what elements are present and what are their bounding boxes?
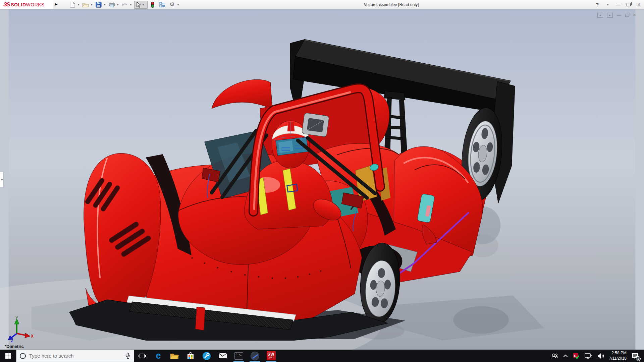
view-orientation-label: *Dimetric xyxy=(5,344,24,349)
pane-handle-dot xyxy=(1,179,3,180)
print-caret[interactable]: ▾ xyxy=(116,3,120,6)
notification-badge: 2 xyxy=(636,356,641,361)
taskbar-app-file-explorer[interactable] xyxy=(166,350,182,362)
save-caret[interactable]: ▾ xyxy=(103,3,107,6)
tray-chevron-icon[interactable] xyxy=(563,354,568,358)
svg-text:s: s xyxy=(574,354,576,357)
select-tool-caret[interactable]: ▾ xyxy=(141,3,145,6)
people-icon[interactable] xyxy=(551,353,558,359)
taskbar-clock[interactable]: 2:58 PM 7/11/2018 xyxy=(609,351,627,361)
save-button[interactable] xyxy=(95,1,102,8)
quick-access-toolbar: ▾ ▾ ▾ ▾ ▾ ▾ ⚙ ▾ xyxy=(69,0,181,9)
window-title: Voiture assomblee [Read-only] xyxy=(364,2,419,7)
solidworks-logo[interactable]: ЗS SOLIDWORKS xyxy=(0,0,53,9)
volume-icon[interactable] xyxy=(597,353,604,359)
brand-works: WORKS xyxy=(26,2,45,7)
options-caret[interactable]: ▾ xyxy=(176,3,180,6)
help-button[interactable]: ? xyxy=(594,2,600,7)
solidworks-2017-icon: SW 2017 xyxy=(267,351,276,360)
store-icon xyxy=(187,352,194,360)
minimize-button[interactable]: — xyxy=(615,2,621,7)
print-button[interactable] xyxy=(108,1,115,8)
windows-logo-icon xyxy=(5,353,11,359)
action-center-button[interactable]: 2 xyxy=(631,353,639,359)
cortana-icon xyxy=(20,353,26,359)
graphics-area[interactable]: ◂ ▸ — × Y X Z *Dimetric xyxy=(0,9,644,350)
svg-text:X: X xyxy=(31,334,34,339)
doc-minimize-icon[interactable]: — xyxy=(617,13,621,18)
taskbar-app-solidworks[interactable]: SW 2017 xyxy=(263,350,279,362)
pane-right-icon[interactable]: ▸ xyxy=(607,13,613,18)
undo-button[interactable] xyxy=(121,1,128,8)
restore-button[interactable] xyxy=(627,3,631,6)
taskbar-app-command-prompt[interactable]: C:\_ xyxy=(231,350,247,362)
document-window-controls: ◂ ▸ — × xyxy=(597,12,636,18)
file-explorer-icon xyxy=(170,352,179,359)
taskbar-app-get-help[interactable] xyxy=(199,350,215,362)
taskbar-search[interactable] xyxy=(16,350,134,362)
clock-time: 2:58 PM xyxy=(609,351,627,356)
display-pane-icon[interactable] xyxy=(159,1,166,8)
taskbar-app-mail[interactable] xyxy=(215,350,231,362)
new-document-button[interactable] xyxy=(69,1,76,8)
undo-caret[interactable]: ▾ xyxy=(129,3,133,6)
solidworks-window: ЗS SOLIDWORKS ▶ ▾ ▾ ▾ ▾ ▾ ▾ xyxy=(0,0,644,362)
network-icon[interactable] xyxy=(584,353,592,359)
open-document-button[interactable] xyxy=(82,1,89,8)
dassault-ds-icon: ЗS xyxy=(3,1,9,8)
doc-close-icon[interactable]: × xyxy=(633,12,636,18)
microphone-icon[interactable] xyxy=(125,353,130,359)
solidworks-monitor-icon[interactable]: s xyxy=(573,353,580,359)
open-document-caret[interactable]: ▾ xyxy=(90,3,94,6)
menu-flyout-icon[interactable]: ▶ xyxy=(55,2,57,6)
doc-restore-icon[interactable] xyxy=(625,14,629,17)
taskbar-app-edge[interactable]: e xyxy=(150,350,166,362)
command-prompt-icon: C:\_ xyxy=(234,352,243,360)
pane-left-icon[interactable]: ◂ xyxy=(597,13,603,18)
svg-text:Y: Y xyxy=(15,316,18,320)
new-document-caret[interactable]: ▾ xyxy=(76,3,80,6)
taskbar-app-store[interactable] xyxy=(182,350,199,362)
brand-solid: SOLID xyxy=(11,2,26,7)
select-tool-button[interactable]: ▾ xyxy=(134,1,148,9)
svg-text:Z: Z xyxy=(11,339,13,342)
task-view-button[interactable] xyxy=(134,350,150,362)
help-caret[interactable]: ▾ xyxy=(606,3,610,6)
view-stoplight-icon[interactable] xyxy=(149,1,156,8)
taskbar-app-dark[interactable] xyxy=(247,350,263,362)
title-bar: ЗS SOLIDWORKS ▶ ▾ ▾ ▾ ▾ ▾ ▾ xyxy=(0,0,644,9)
edge-icon: e xyxy=(156,351,161,361)
window-controls: ? ▾ — × xyxy=(594,0,642,9)
help-wrench-icon xyxy=(202,352,211,360)
close-button[interactable]: × xyxy=(636,2,642,8)
dark-app-icon xyxy=(251,352,259,360)
search-input[interactable] xyxy=(29,353,113,359)
mail-icon xyxy=(218,353,227,359)
feature-pane-handle[interactable] xyxy=(0,172,4,187)
windows-taskbar: e C:\_ SW 2017 s xyxy=(0,350,644,362)
start-button[interactable] xyxy=(0,350,16,362)
clock-date: 7/11/2018 xyxy=(609,356,627,361)
orientation-triad-icon: Y X Z xyxy=(3,316,34,342)
options-gear-icon[interactable]: ⚙ xyxy=(168,1,176,8)
model-canvas[interactable] xyxy=(0,9,644,350)
system-tray: s 2:58 PM 7/11/2018 2 xyxy=(551,350,644,362)
